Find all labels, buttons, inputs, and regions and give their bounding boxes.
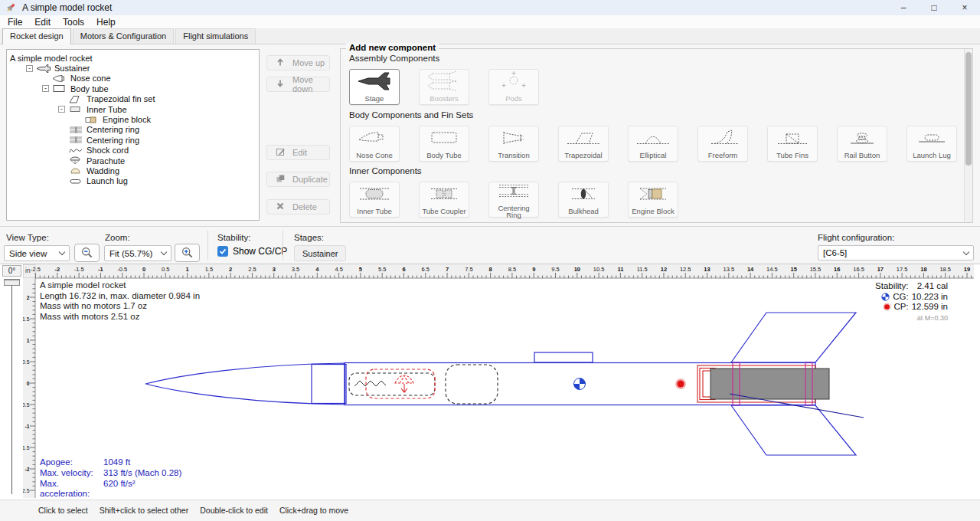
add-elliptical-button[interactable]: Elliptical bbox=[628, 126, 678, 162]
tree-item-nose-cone[interactable]: Nose cone bbox=[7, 74, 259, 84]
component-card-label: Centering Ring bbox=[491, 205, 537, 219]
window-restore-button[interactable]: □ bbox=[919, 0, 949, 15]
stability-readout: Stability: 2.41 cal CG:10.223 in CP:12.5… bbox=[875, 281, 948, 323]
component-card-label: Freeform bbox=[708, 152, 738, 159]
tree-item-sustainer[interactable]: -Sustainer bbox=[7, 63, 259, 73]
add-component-title: Add new component bbox=[346, 43, 439, 52]
menu-tools[interactable]: Tools bbox=[57, 16, 90, 28]
component-card-label: Stage bbox=[365, 95, 384, 103]
svg-text:18.5: 18.5 bbox=[939, 266, 951, 273]
svg-text:-2: -2 bbox=[55, 266, 60, 273]
boosters-icon bbox=[426, 71, 462, 94]
nose-cone-icon bbox=[52, 74, 67, 83]
tree-item-launch-lug[interactable]: Launch lug bbox=[7, 176, 259, 186]
component-card-label: Pods bbox=[505, 95, 522, 103]
add-rail-button-button[interactable]: Rail Button bbox=[837, 126, 887, 162]
parachute-region[interactable] bbox=[366, 369, 435, 398]
add-trapezoidal-button[interactable]: Trapezoidal bbox=[558, 126, 609, 162]
tree-item-centering-ring[interactable]: Centering ring bbox=[7, 135, 259, 145]
tree-expander[interactable]: - bbox=[42, 85, 49, 92]
stage-toggle-sustainer[interactable]: Sustainer bbox=[294, 245, 346, 261]
view-type-select[interactable]: Side view bbox=[4, 245, 70, 261]
add-pods-button[interactable]: Pods bbox=[488, 69, 539, 105]
move-down-button[interactable]: Move down bbox=[266, 77, 330, 92]
add-transition-button[interactable]: Transition bbox=[488, 126, 539, 162]
svg-text:2: 2 bbox=[229, 266, 232, 273]
add-centering-ring-button[interactable]: Centering Ring bbox=[488, 182, 539, 218]
component-card-label: Tube Coupler bbox=[422, 208, 466, 215]
add-launch-lug-button[interactable]: Launch Lug bbox=[906, 126, 957, 162]
cg-legend-icon bbox=[881, 293, 890, 301]
launch-lug-shape[interactable] bbox=[534, 352, 593, 362]
add-tube-fins-button[interactable]: Tube Fins bbox=[767, 126, 818, 162]
stage-icon bbox=[357, 71, 392, 94]
cp-value: 12.599 in bbox=[912, 302, 948, 313]
svg-text:0.5: 0.5 bbox=[162, 266, 169, 273]
add-stage-button[interactable]: Stage bbox=[349, 69, 400, 105]
add-engine-block-button[interactable]: Engine Block bbox=[628, 182, 678, 218]
status-hint: Click+drag to move bbox=[279, 506, 348, 521]
scrollbar-thumb[interactable] bbox=[965, 52, 972, 165]
parachute-icon[interactable] bbox=[395, 375, 413, 392]
window-close-button[interactable]: × bbox=[949, 0, 980, 15]
add-nose-cone-button[interactable]: Nose Cone bbox=[349, 126, 400, 162]
svg-text:1.5: 1.5 bbox=[23, 316, 30, 322]
menu-edit[interactable]: Edit bbox=[28, 16, 57, 28]
add-freeform-button[interactable]: Freeform bbox=[697, 126, 748, 162]
tree-item-centering-ring[interactable]: Centering ring bbox=[7, 125, 259, 135]
rotation-slider-handle[interactable] bbox=[4, 279, 20, 286]
tab-motors-configuration[interactable]: Motors & Configuration bbox=[73, 28, 175, 44]
add-boosters-button[interactable]: Boosters bbox=[419, 69, 469, 105]
show-cgcp-checkbox[interactable] bbox=[217, 246, 228, 257]
svg-text:13: 13 bbox=[704, 266, 710, 273]
add-inner-tube-button[interactable]: Inner Tube bbox=[349, 182, 400, 218]
component-panel-scrollbar[interactable] bbox=[964, 49, 972, 222]
add-bulkhead-button[interactable]: Bulkhead bbox=[558, 182, 609, 218]
flight-config-select[interactable]: [C6-5] bbox=[818, 245, 974, 260]
duplicate-button[interactable]: Duplicate bbox=[266, 172, 330, 187]
nose-cone-shape[interactable] bbox=[145, 363, 345, 405]
zoom-level-select[interactable]: Fit (55.7%) bbox=[104, 245, 172, 261]
tree-expander[interactable]: - bbox=[26, 65, 33, 72]
add-tube-coupler-button[interactable]: Tube Coupler bbox=[419, 182, 469, 218]
window-minimize-button[interactable]: – bbox=[888, 0, 919, 15]
add-component-panel: Add new component Assembly ComponentsSta… bbox=[340, 48, 973, 223]
tree-item-wadding[interactable]: Wadding bbox=[7, 165, 259, 175]
menu-help[interactable]: Help bbox=[90, 16, 122, 28]
tab-flight-simulations[interactable]: Flight simulations bbox=[175, 28, 256, 44]
flight-label: Max. acceleration: bbox=[40, 479, 103, 500]
tree-item-parachute[interactable]: Parachute bbox=[7, 156, 259, 165]
inner-tube-icon bbox=[357, 184, 392, 207]
svg-text:4.5: 4.5 bbox=[335, 266, 342, 273]
tree-expander[interactable]: - bbox=[58, 106, 65, 113]
add-body-tube-button[interactable]: Body Tube bbox=[419, 126, 469, 162]
tree-item-inner-tube[interactable]: -Inner Tube bbox=[7, 104, 259, 114]
tab-rocket-design[interactable]: Rocket design bbox=[2, 28, 71, 44]
motor-casing[interactable] bbox=[710, 369, 829, 399]
info-line: Mass with no motors 1.7 oz bbox=[40, 301, 200, 312]
svg-text:6: 6 bbox=[402, 266, 405, 273]
menu-file[interactable]: File bbox=[2, 16, 28, 28]
nose-shoulder-shape[interactable] bbox=[312, 365, 346, 404]
svg-text:15: 15 bbox=[791, 266, 797, 273]
move-up-button[interactable]: Move up bbox=[266, 55, 330, 70]
zoom-out-button[interactable] bbox=[74, 244, 100, 262]
vertical-ruler bbox=[23, 278, 35, 498]
svg-text:-1.5: -1.5 bbox=[23, 445, 30, 451]
wadding-region[interactable] bbox=[446, 365, 498, 404]
fin-upper[interactable] bbox=[731, 313, 856, 362]
tree-item-engine-block[interactable]: Engine block bbox=[7, 114, 259, 124]
delete-button[interactable]: Delete bbox=[266, 199, 330, 215]
tree-item-shock-cord[interactable]: Shock cord bbox=[7, 146, 259, 156]
section-label-assembly-components: Assembly Components bbox=[349, 54, 439, 63]
tree-item-trapezoidal-fin-set[interactable]: Trapezoidal fin set bbox=[7, 94, 259, 104]
component-card-label: Transition bbox=[498, 152, 529, 159]
shock-cord-region[interactable] bbox=[349, 373, 435, 395]
zoom-in-button[interactable] bbox=[175, 244, 200, 262]
tree-item-body-tube[interactable]: -Body tube bbox=[7, 84, 259, 93]
svg-text:12: 12 bbox=[661, 266, 667, 273]
tree-item-a-simple-model-rocket[interactable]: A simple model rocket bbox=[7, 53, 259, 63]
edit-button[interactable]: Edit bbox=[266, 145, 330, 160]
svg-text:0: 0 bbox=[142, 266, 145, 273]
cp-marker bbox=[675, 378, 686, 389]
